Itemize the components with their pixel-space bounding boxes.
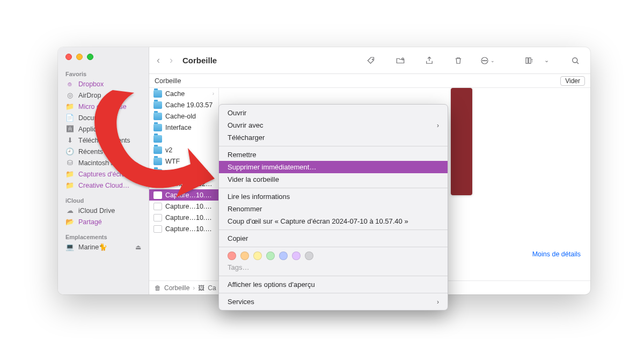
search-button[interactable] — [568, 54, 583, 67]
clock-icon: 🕘 — [65, 147, 74, 156]
menu-item[interactable]: Afficher les options d'aperçu — [219, 278, 448, 291]
file-name: Cache 19.03.57 — [165, 101, 213, 109]
menu-item[interactable]: Coup d'œil sur « Capture d'écran 2024-07… — [219, 215, 448, 227]
file-row[interactable]: Capture…10.57. — [149, 223, 218, 234]
sidebar-item[interactable]: 🅰Applications — [58, 123, 149, 135]
tag-dot[interactable] — [292, 252, 301, 260]
file-row[interactable]: Capture…10.57. — [149, 212, 218, 223]
sidebar-item[interactable]: 💻Marine🐈⏏ — [58, 241, 149, 253]
window-controls — [58, 51, 149, 68]
menu-item-label: Services — [228, 298, 254, 306]
tag-dot[interactable] — [279, 252, 288, 260]
sidebar-item[interactable]: ◎AirDrop — [58, 90, 149, 101]
tag-dot[interactable] — [266, 252, 275, 260]
menu-item[interactable]: Copier — [219, 232, 448, 245]
svg-point-3 — [482, 60, 484, 61]
screenshot-icon — [153, 203, 162, 210]
sidebar-item-label: Creative Cloud… — [78, 182, 129, 189]
sidebar-item[interactable]: ⌾Dropbox — [58, 78, 149, 90]
sidebar-item[interactable]: 📁Captures d'écran — [58, 168, 149, 180]
menu-item[interactable]: Télécharger — [219, 131, 448, 144]
context-menu: OuvrirOuvrir avec›TéléchargerRemettreSup… — [218, 104, 448, 311]
empty-trash-button[interactable]: Vider — [560, 76, 585, 86]
eject-icon[interactable]: ⏏ — [135, 243, 141, 251]
more-button[interactable]: ⌄ — [480, 54, 495, 67]
file-row[interactable]: Capture…10.57. — [149, 189, 218, 201]
path-segment[interactable]: Ca — [208, 284, 216, 292]
less-details-link[interactable]: Moins de détails — [532, 250, 581, 258]
sidebar-item[interactable]: 🕘Récents — [58, 146, 149, 157]
sidebar-item-label: iCloud Drive — [78, 207, 115, 215]
menu-separator — [219, 247, 448, 247]
file-icon — [153, 180, 162, 188]
tag-dot[interactable] — [253, 252, 262, 260]
sidebar-item-label: Macintosh HD — [78, 159, 121, 167]
menu-item[interactable]: Ouvrir — [219, 107, 448, 119]
menu-item[interactable]: Remettre — [219, 149, 448, 161]
toolbar: ‹ › Corbeille ⌄ ⌄ — [149, 47, 590, 74]
menu-separator — [219, 293, 448, 293]
file-row[interactable]: WTF 19.03.57 — [149, 167, 218, 178]
tag-dot[interactable] — [305, 252, 313, 260]
back-button[interactable]: ‹ — [157, 55, 160, 66]
folder-icon — [153, 90, 162, 98]
close-button[interactable] — [65, 54, 72, 60]
apps-icon: 🅰 — [65, 125, 74, 133]
menu-item-label: Copier — [228, 234, 248, 242]
file-row[interactable]: Capture…10.57. — [149, 201, 218, 212]
screenshot-icon — [153, 191, 162, 199]
menu-item[interactable]: Ouvrir avec› — [219, 119, 448, 131]
tag-dot[interactable] — [240, 252, 249, 260]
trash-button[interactable] — [451, 54, 466, 67]
preview-thumbnail — [451, 88, 472, 195]
svg-point-1 — [402, 58, 404, 60]
menu-item[interactable]: Services› — [219, 295, 448, 308]
file-row[interactable]: airbnb_…2024.c — [149, 178, 218, 189]
menu-separator — [219, 188, 448, 188]
sidebar-item[interactable]: ☁iCloud Drive — [58, 205, 149, 216]
file-row[interactable]: WTF — [149, 156, 218, 167]
folder-icon — [153, 146, 162, 154]
sidebar-item[interactable]: ⬇Téléchargements — [58, 135, 149, 146]
file-row[interactable]: Cache› — [149, 88, 218, 99]
share-button[interactable] — [422, 54, 437, 67]
file-row[interactable]: Cache 19.03.57 — [149, 99, 218, 110]
menu-item[interactable]: Renommer — [219, 203, 448, 215]
chevron-right-icon: › — [437, 298, 439, 306]
location-label: Corbeille — [155, 77, 181, 85]
file-row[interactable]: Cache-old — [149, 110, 218, 122]
doc-icon: 📄 — [65, 114, 74, 122]
menu-item[interactable]: Lire les informations — [219, 190, 448, 203]
file-row[interactable]: Interface — [149, 122, 218, 133]
minimize-button[interactable] — [76, 54, 83, 60]
tag-dot[interactable] — [228, 252, 236, 260]
path-segment[interactable]: Corbeille — [164, 284, 189, 292]
file-name: Interface — [165, 124, 192, 131]
menu-item-label: Coup d'œil sur « Capture d'écran 2024-07… — [228, 217, 408, 225]
sidebar-item[interactable]: ⛁Macintosh HD — [58, 157, 149, 168]
view-dropdown-button[interactable]: ⌄ — [539, 54, 554, 67]
sidebar-item[interactable]: 📁Creative Cloud… — [58, 180, 149, 191]
folder-icon: 📁 — [65, 170, 74, 178]
sidebar-item[interactable]: 📂Partagé — [58, 216, 149, 227]
sidebar-item[interactable]: 📄Documents — [58, 112, 149, 123]
menu-item-label: Supprimer immédiatement… — [228, 163, 316, 171]
menu-item[interactable]: Supprimer immédiatement… — [219, 161, 448, 173]
sidebar-item-label: Captures d'écran — [78, 171, 129, 178]
sidebar-section-icloud: iCloud — [58, 194, 149, 205]
file-list: Cache›Cache 19.03.57Cache-oldInterfacev2… — [149, 88, 219, 280]
menu-item-label: Remettre — [228, 151, 256, 159]
chevron-right-icon: › — [213, 91, 214, 97]
menu-item-label: Afficher les options d'aperçu — [228, 280, 315, 289]
zoom-button[interactable] — [87, 54, 93, 60]
tags-button[interactable] — [364, 54, 379, 67]
file-row[interactable] — [149, 133, 218, 144]
sidebar-item[interactable]: 📁Micro entreprise — [58, 101, 149, 112]
view-toggle-button[interactable] — [522, 54, 537, 67]
menu-item[interactable]: Tags… — [219, 261, 448, 274]
file-row[interactable]: v2 — [149, 144, 218, 156]
new-folder-button[interactable] — [393, 54, 408, 67]
forward-button[interactable]: › — [170, 55, 173, 66]
menu-item[interactable]: Vider la corbeille — [219, 173, 448, 186]
file-name: Capture…10.57. — [165, 191, 214, 199]
